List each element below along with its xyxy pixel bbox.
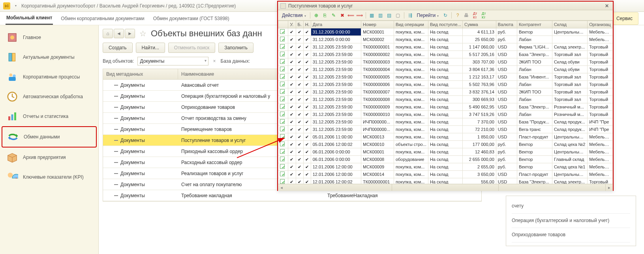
page-title: Объекты внешних баз данн (151, 28, 262, 39)
create-button[interactable]: Создать (103, 43, 133, 53)
col-sum[interactable]: Сумма (462, 21, 496, 28)
svg-point-4 (9, 73, 13, 77)
sidebar: Главное Актуальные документы Корпоративн… (0, 25, 99, 254)
refresh-icon[interactable]: ↻ (442, 12, 449, 19)
tab-mobile-client[interactable]: Мобильный клиент (6, 12, 53, 25)
grid-row[interactable]: ✔✔✔31.12.2005 23:59:00ИЧП000000...покупк… (278, 126, 613, 133)
col-metadata-kind[interactable]: Вид метаданных (103, 69, 178, 79)
grid-row[interactable]: ✔✔✔31.12.2005 23:59:00ТК000000008покупка… (278, 96, 613, 103)
sidebar-item-reports[interactable]: Отчеты и статистика (2, 106, 97, 126)
tab-corp-exchange[interactable]: Обмен корпоративными документами (60, 13, 145, 24)
grid-row[interactable]: ✔✔✔31.12.2005 23:59:00ТК000000007покупка… (278, 88, 613, 96)
col-num[interactable]: Номер (361, 21, 394, 28)
dtkt-icon[interactable]: ДтКт (471, 12, 479, 19)
delete-icon[interactable]: ✖ (339, 12, 346, 19)
grid-row[interactable]: ✔✔✔31.12.2005 23:59:00ТК000000010покупка… (278, 111, 613, 118)
sidebar-item-main[interactable]: Главное (2, 28, 97, 47)
scroll-right-icon[interactable]: ► (606, 184, 613, 191)
print-icon[interactable]: 🖶 (463, 12, 470, 19)
svg-rect-2 (9, 53, 12, 61)
favorite-star-icon[interactable]: ☆ (138, 29, 148, 38)
kind-clear-button[interactable]: × (212, 58, 218, 64)
svg-point-1 (10, 35, 14, 39)
grid-row[interactable]: ✔✔✔31.12.2005 23:59:00ТК000000006покупка… (278, 81, 613, 88)
col-date[interactable]: Дата (311, 21, 361, 28)
grid-row[interactable]: ✔✔✔05.01.2006 12:00:02МСК00010объекты ст… (278, 141, 613, 148)
sidebar-item-archive[interactable]: Архив предприятия (2, 148, 97, 167)
svg-point-14 (16, 177, 17, 179)
close-button[interactable]: ✕ (603, 3, 610, 9)
grid-row[interactable]: ✔✔✔31.12.2005 23:59:00ТК000000001покупка… (278, 43, 613, 51)
nav-forward-button[interactable]: ► (125, 29, 135, 38)
dtkt2-icon[interactable]: ДтКт (480, 12, 487, 19)
grid-row[interactable]: ✔✔✔31.12.2005 23:59:00ТК000000009покупка… (278, 103, 613, 111)
sidebar-item-auto-processing[interactable]: Автоматическая обработка (2, 87, 97, 106)
kind-select[interactable]: Документы (137, 57, 208, 65)
col-skl[interactable]: Склад (552, 21, 588, 28)
find-button[interactable]: Найти... (136, 43, 165, 53)
grid-row[interactable]: ✔✔✔12.01.2006 12:00:02ТК000000001покупка… (278, 178, 613, 184)
filter2-icon[interactable]: ▥ (377, 12, 384, 19)
filter-off-icon[interactable]: ▢ (394, 12, 402, 19)
db-label: База данных: (221, 58, 250, 64)
grid-row[interactable]: ✔✔✔06.01.2006 0:00:00МСК00001покупка, ко… (278, 148, 613, 156)
find-next-icon[interactable]: ⟹ (356, 12, 363, 19)
col-vp[interactable]: Вид поступле... (428, 21, 462, 28)
col-op[interactable]: Вид операции (394, 21, 428, 28)
sidebar-item-actual-docs[interactable]: Актуальные документы (2, 47, 97, 67)
fill-button[interactable]: Заполнить (218, 43, 253, 53)
cancel-find-button[interactable]: Отменить поиск (168, 43, 215, 53)
sidebar-item-data-exchange[interactable]: Обмен данными (2, 126, 97, 148)
col-org[interactable]: Организац (588, 21, 613, 28)
tab-service[interactable]: Сервис (610, 12, 638, 25)
grid-row[interactable]: ✔✔✔31.12.2005 23:59:00ТК000000004покупка… (278, 66, 613, 73)
box-icon (6, 151, 19, 164)
nav-back-button[interactable]: ◄ (114, 29, 124, 38)
tab-gost-exchange[interactable]: Обмен документами (ГОСТ 53898) (152, 13, 230, 24)
help-icon[interactable]: ? (454, 12, 461, 19)
table-row[interactable]: ДокументыТребование накладнаяТребованиеН… (103, 190, 481, 201)
window-icon (280, 3, 286, 9)
home-icon (6, 31, 19, 44)
goto-menu[interactable]: Перейти (415, 13, 441, 18)
nav-home-button[interactable]: ⌂ (103, 29, 113, 38)
sidebar-item-corp-processes[interactable]: Корпоративные процессы (2, 67, 97, 87)
documents-icon (6, 50, 19, 64)
copy-icon[interactable]: ⎘ (321, 12, 329, 19)
rp-item[interactable]: Оприходование товаров (512, 228, 630, 243)
grid-row[interactable]: ✔✔✔31.12.2005 23:59:00ИЧП000000...покупк… (278, 118, 613, 126)
svg-rect-3 (12, 53, 15, 61)
col-icon[interactable] (278, 21, 288, 28)
clock-gear-icon (6, 90, 19, 103)
grid-row[interactable]: ✔✔✔31.12.2005 0:00:00МСК00002покупка, ко… (278, 36, 613, 43)
col-ka[interactable]: Контрагент (517, 21, 552, 28)
add-icon[interactable]: ⊕ (313, 12, 320, 19)
grid-row[interactable]: ✔✔✔31.12.2005 23:59:00ТК000000005покупка… (278, 73, 613, 81)
edit-icon[interactable]: ✎ (330, 12, 337, 19)
grid-row[interactable]: ✔✔✔31.12.2005 0:00:00МСК00001покупка, ко… (278, 28, 613, 36)
grid-row[interactable]: ✔✔✔05.01.2006 11:00:00МСК00013покупка, к… (278, 133, 613, 141)
app-menu-dropdown-icon[interactable]: ▾ (13, 4, 18, 8)
rp-item[interactable]: счету (512, 199, 630, 214)
col-cur[interactable]: Валюта (496, 21, 517, 28)
grid-row[interactable]: ✔✔✔06.01.2006 0:00:00МСК00008оборудовани… (278, 156, 613, 163)
filter3-icon[interactable]: ▤ (386, 12, 393, 19)
popup-grid[interactable]: У. Б. Н. Дата Номер Вид операции Вид пос… (278, 21, 613, 184)
find-prev-icon[interactable]: ⟸ (347, 12, 355, 19)
col-n[interactable]: Н. (303, 21, 311, 28)
grid-row[interactable]: ✔✔✔12.01.2006 12:00:00МСК00014покупка, к… (278, 171, 613, 178)
col-u[interactable]: У. (288, 21, 296, 28)
filter-icon[interactable]: ▦ (368, 12, 376, 19)
grid-row[interactable]: ✔✔✔31.12.2005 23:59:00ТК000000002покупка… (278, 51, 613, 58)
grid-row[interactable]: ✔✔✔31.12.2005 23:59:00ТК000000003покупка… (278, 58, 613, 66)
exchange-icon (6, 130, 20, 144)
tree-icon[interactable]: ⇶ (407, 12, 414, 19)
col-b[interactable]: Б. (296, 21, 303, 28)
rp-item[interactable]: Операция (бухгалтерский и налоговый учет… (512, 214, 630, 228)
actions-menu[interactable]: Действия (280, 13, 308, 18)
scroll-left-icon[interactable]: ◄ (278, 184, 285, 191)
app-logo-icon: 1C (3, 2, 10, 9)
people-icon (6, 70, 19, 84)
grid-row[interactable]: ✔✔✔12.01.2006 12:00:00МСК00009покупка, к… (278, 163, 613, 171)
sidebar-item-kpi[interactable]: Ключевые показатели (KPI) (2, 167, 97, 187)
